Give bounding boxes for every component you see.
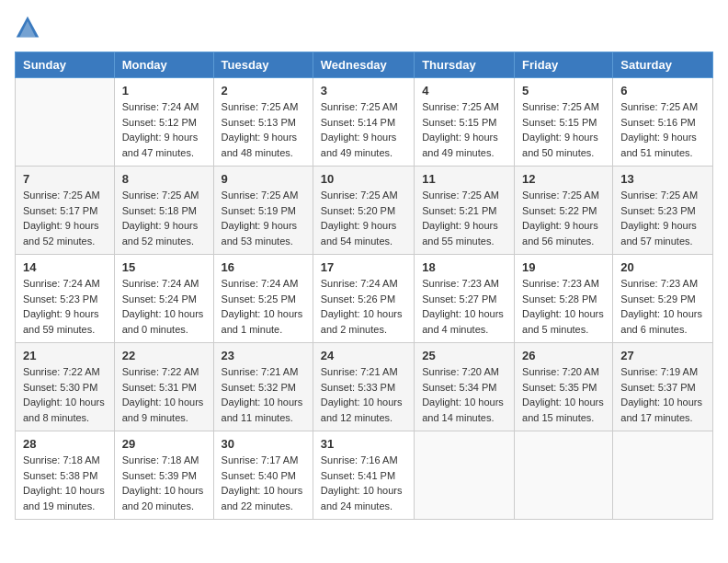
daylight-text: Daylight: 9 hours and 52 minutes. — [23, 220, 99, 247]
day-number: 21 — [23, 349, 107, 362]
day-number: 2 — [222, 84, 305, 98]
day-number: 4 — [422, 84, 506, 98]
day-number: 12 — [522, 172, 605, 186]
daylight-text: Daylight: 10 hours and 9 minutes. — [122, 396, 204, 423]
sunrise-text: Sunrise: 7:22 AM — [122, 366, 199, 377]
daylight-text: Daylight: 10 hours and 5 minutes. — [522, 308, 604, 335]
day-number: 7 — [23, 172, 107, 186]
calendar-day-cell: 29 Sunrise: 7:18 AM Sunset: 5:39 PM Dayl… — [114, 431, 213, 520]
day-info: Sunrise: 7:21 AM Sunset: 5:33 PM Dayligh… — [321, 364, 406, 425]
sunset-text: Sunset: 5:13 PM — [222, 117, 296, 128]
sunset-text: Sunset: 5:25 PM — [222, 293, 296, 304]
day-number: 20 — [620, 260, 705, 274]
day-info: Sunrise: 7:18 AM Sunset: 5:38 PM Dayligh… — [23, 453, 107, 513]
day-info: Sunrise: 7:23 AM Sunset: 5:28 PM Dayligh… — [522, 276, 605, 337]
sunset-text: Sunset: 5:37 PM — [620, 382, 695, 393]
day-info: Sunrise: 7:20 AM Sunset: 5:35 PM Dayligh… — [522, 364, 605, 425]
day-info: Sunrise: 7:21 AM Sunset: 5:32 PM Dayligh… — [222, 364, 305, 425]
day-of-week-header: Thursday — [415, 52, 515, 78]
daylight-text: Daylight: 9 hours and 49 minutes. — [321, 132, 397, 158]
sunrise-text: Sunrise: 7:21 AM — [321, 366, 398, 377]
sunset-text: Sunset: 5:40 PM — [222, 470, 296, 481]
sunrise-text: Sunrise: 7:24 AM — [222, 278, 299, 289]
calendar-day-cell: 24 Sunrise: 7:21 AM Sunset: 5:33 PM Dayl… — [313, 343, 414, 431]
calendar-day-cell: 18 Sunrise: 7:23 AM Sunset: 5:27 PM Dayl… — [415, 255, 515, 343]
calendar-day-cell: 14 Sunrise: 7:24 AM Sunset: 5:23 PM Dayl… — [16, 255, 115, 343]
sunset-text: Sunset: 5:21 PM — [422, 205, 496, 216]
day-number: 17 — [321, 260, 406, 274]
day-info: Sunrise: 7:25 AM Sunset: 5:19 PM Dayligh… — [222, 188, 305, 248]
day-info: Sunrise: 7:25 AM Sunset: 5:18 PM Dayligh… — [122, 188, 206, 248]
sunset-text: Sunset: 5:16 PM — [620, 117, 695, 128]
sunrise-text: Sunrise: 7:21 AM — [222, 366, 299, 377]
daylight-text: Daylight: 10 hours and 0 minutes. — [122, 308, 204, 335]
sunrise-text: Sunrise: 7:23 AM — [620, 278, 698, 289]
calendar-day-cell: 17 Sunrise: 7:24 AM Sunset: 5:26 PM Dayl… — [313, 255, 414, 343]
sunrise-text: Sunrise: 7:25 AM — [522, 101, 599, 112]
calendar-day-cell — [613, 431, 713, 520]
sunrise-text: Sunrise: 7:25 AM — [522, 190, 599, 201]
day-number: 1 — [122, 84, 206, 98]
day-info: Sunrise: 7:25 AM Sunset: 5:21 PM Dayligh… — [422, 188, 506, 248]
sunrise-text: Sunrise: 7:25 AM — [222, 101, 299, 112]
logo-icon — [15, 15, 40, 40]
calendar-week-row: 21 Sunrise: 7:22 AM Sunset: 5:30 PM Dayl… — [16, 343, 713, 431]
day-number: 19 — [522, 260, 605, 274]
day-number: 15 — [122, 260, 206, 274]
daylight-text: Daylight: 9 hours and 50 minutes. — [522, 132, 598, 158]
day-info: Sunrise: 7:25 AM Sunset: 5:16 PM Dayligh… — [620, 99, 705, 160]
sunset-text: Sunset: 5:15 PM — [422, 117, 496, 128]
sunrise-text: Sunrise: 7:20 AM — [522, 366, 599, 377]
day-info: Sunrise: 7:25 AM Sunset: 5:13 PM Dayligh… — [222, 99, 305, 160]
sunset-text: Sunset: 5:15 PM — [522, 117, 597, 128]
sunrise-text: Sunrise: 7:24 AM — [321, 278, 398, 289]
sunrise-text: Sunrise: 7:23 AM — [422, 278, 499, 289]
sunrise-text: Sunrise: 7:23 AM — [522, 278, 599, 289]
sunset-text: Sunset: 5:12 PM — [122, 117, 197, 128]
daylight-text: Daylight: 9 hours and 51 minutes. — [620, 132, 697, 158]
day-number: 24 — [321, 349, 406, 362]
day-of-week-header: Friday — [515, 52, 613, 78]
daylight-text: Daylight: 9 hours and 48 minutes. — [222, 132, 298, 158]
day-info: Sunrise: 7:25 AM Sunset: 5:23 PM Dayligh… — [620, 188, 705, 248]
day-of-week-header: Saturday — [613, 52, 713, 78]
sunrise-text: Sunrise: 7:22 AM — [23, 366, 100, 377]
day-info: Sunrise: 7:25 AM Sunset: 5:20 PM Dayligh… — [321, 188, 406, 248]
sunset-text: Sunset: 5:26 PM — [321, 293, 395, 304]
sunrise-text: Sunrise: 7:25 AM — [422, 101, 499, 112]
daylight-text: Daylight: 10 hours and 1 minute. — [222, 308, 303, 335]
day-info: Sunrise: 7:24 AM Sunset: 5:26 PM Dayligh… — [321, 276, 406, 337]
calendar-week-row: 28 Sunrise: 7:18 AM Sunset: 5:38 PM Dayl… — [16, 431, 713, 520]
daylight-text: Daylight: 9 hours and 56 minutes. — [522, 220, 598, 247]
calendar-day-cell: 1 Sunrise: 7:24 AM Sunset: 5:12 PM Dayli… — [114, 78, 213, 167]
day-of-week-header: Monday — [114, 52, 213, 78]
day-number: 5 — [522, 84, 605, 98]
day-number: 23 — [222, 349, 305, 362]
day-of-week-header: Sunday — [16, 52, 115, 78]
sunrise-text: Sunrise: 7:24 AM — [122, 278, 199, 289]
day-of-week-header: Wednesday — [313, 52, 414, 78]
calendar-day-cell — [415, 431, 515, 520]
daylight-text: Daylight: 9 hours and 53 minutes. — [222, 220, 298, 247]
daylight-text: Daylight: 10 hours and 14 minutes. — [422, 396, 504, 423]
sunrise-text: Sunrise: 7:24 AM — [23, 278, 100, 289]
daylight-text: Daylight: 9 hours and 55 minutes. — [422, 220, 498, 247]
calendar-day-cell: 11 Sunrise: 7:25 AM Sunset: 5:21 PM Dayl… — [415, 167, 515, 255]
day-number: 27 — [620, 349, 705, 362]
day-number: 30 — [222, 437, 305, 451]
sunrise-text: Sunrise: 7:25 AM — [422, 190, 499, 201]
daylight-text: Daylight: 9 hours and 49 minutes. — [422, 132, 498, 158]
sunrise-text: Sunrise: 7:18 AM — [23, 454, 100, 465]
day-number: 29 — [122, 437, 206, 451]
sunset-text: Sunset: 5:29 PM — [620, 293, 695, 304]
sunset-text: Sunset: 5:32 PM — [222, 382, 296, 393]
day-number: 31 — [321, 437, 406, 451]
sunrise-text: Sunrise: 7:17 AM — [222, 454, 299, 465]
calendar-day-cell: 7 Sunrise: 7:25 AM Sunset: 5:17 PM Dayli… — [16, 167, 115, 255]
sunset-text: Sunset: 5:14 PM — [321, 117, 395, 128]
daylight-text: Daylight: 9 hours and 54 minutes. — [321, 220, 397, 247]
sunrise-text: Sunrise: 7:25 AM — [321, 190, 398, 201]
day-number: 8 — [122, 172, 206, 186]
day-info: Sunrise: 7:19 AM Sunset: 5:37 PM Dayligh… — [620, 364, 705, 425]
day-info: Sunrise: 7:22 AM Sunset: 5:30 PM Dayligh… — [23, 364, 107, 425]
